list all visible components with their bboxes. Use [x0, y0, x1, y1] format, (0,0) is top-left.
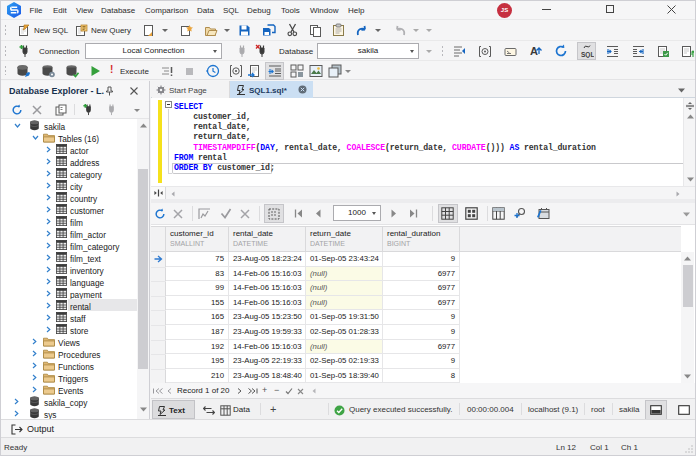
svg-text:SQL: SQL: [581, 51, 594, 58]
svg-text:A: A: [530, 45, 538, 57]
